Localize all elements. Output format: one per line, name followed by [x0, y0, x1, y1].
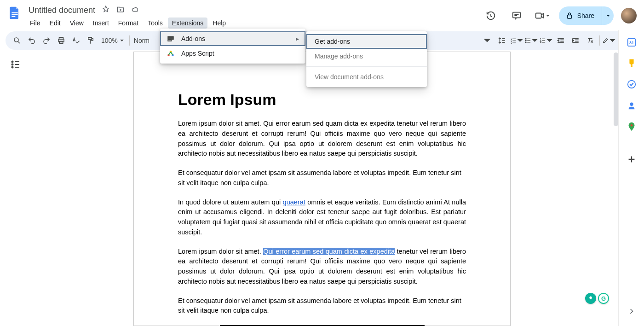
- menu-help[interactable]: Help: [208, 17, 230, 29]
- heading[interactable]: Lorem Ipsum: [178, 91, 466, 109]
- share-label: Share: [577, 12, 594, 19]
- menu-edit[interactable]: Edit: [46, 17, 65, 29]
- svg-point-14: [12, 61, 13, 63]
- share-dropdown-icon[interactable]: [602, 6, 614, 25]
- submenu-view-doc-addons[interactable]: View document add-ons: [306, 70, 427, 84]
- paragraph[interactable]: Et consequatur dolor vel amet ipsam sit …: [178, 168, 466, 188]
- clear-format-icon[interactable]: [583, 34, 597, 47]
- checklist-icon[interactable]: [510, 34, 523, 47]
- paragraph[interactable]: Lorem ipsum dolor sit amet. Qui error ea…: [178, 119, 466, 159]
- svg-rect-4: [535, 13, 541, 18]
- outline-toggle-icon[interactable]: [10, 59, 21, 72]
- link[interactable]: quaerat: [283, 198, 305, 206]
- move-icon[interactable]: [116, 5, 125, 15]
- svg-point-12: [525, 40, 526, 41]
- floating-badges: G: [585, 293, 609, 304]
- edit-mode-icon[interactable]: [602, 34, 616, 47]
- menu-format[interactable]: Format: [114, 17, 143, 29]
- paragraph[interactable]: Lorem ipsum dolor sit amet. Qui error ea…: [178, 247, 466, 287]
- submenu-get-addons[interactable]: Get add-ons: [306, 34, 427, 49]
- addons-submenu: Get add-ons Manage add-ons View document…: [306, 31, 427, 87]
- tasks-icon[interactable]: [627, 79, 637, 89]
- svg-rect-18: [168, 38, 173, 39]
- svg-rect-19: [168, 40, 172, 41]
- svg-rect-0: [12, 12, 17, 13]
- bulleted-list-icon[interactable]: [524, 34, 538, 47]
- menu-insert[interactable]: Insert: [89, 17, 113, 29]
- search-icon[interactable]: [10, 34, 24, 47]
- numbered-list-icon[interactable]: [539, 34, 553, 47]
- svg-point-27: [630, 103, 633, 106]
- apps-script-icon: [167, 49, 175, 58]
- calendar-icon[interactable]: 31: [627, 37, 637, 47]
- paint-format-icon[interactable]: [84, 34, 98, 47]
- chevron-right-icon: ▸: [296, 35, 299, 42]
- side-panel: 31: [618, 30, 644, 326]
- canvas[interactable]: Lorem Ipsum Lorem ipsum dolor sit amet. …: [29, 52, 615, 326]
- svg-point-11: [525, 38, 526, 39]
- svg-point-6: [14, 38, 18, 42]
- style-select[interactable]: Norm: [132, 37, 151, 44]
- comments-icon[interactable]: [507, 6, 526, 25]
- undo-icon[interactable]: [25, 34, 39, 47]
- tip-badge-icon[interactable]: [585, 293, 596, 304]
- page[interactable]: Lorem Ipsum Lorem ipsum dolor sit amet. …: [133, 52, 511, 326]
- grammarly-badge-icon[interactable]: G: [598, 293, 609, 304]
- docs-logo-icon[interactable]: [6, 4, 24, 22]
- menu-file[interactable]: File: [26, 17, 45, 29]
- menu-tools[interactable]: Tools: [144, 17, 167, 29]
- account-avatar[interactable]: [621, 8, 637, 23]
- menu-view[interactable]: View: [66, 17, 88, 29]
- svg-text:31: 31: [629, 41, 633, 45]
- zoom-select[interactable]: 100%: [98, 37, 127, 44]
- menu-item-addons[interactable]: Add-ons ▸: [160, 31, 305, 46]
- separator: [306, 66, 427, 67]
- indent-decrease-icon[interactable]: [554, 34, 568, 47]
- paragraph[interactable]: In quod dolore ut autem autem qui quaera…: [178, 198, 466, 238]
- paragraph[interactable]: Et consequatur dolor vel amet ipsam sit …: [178, 296, 466, 316]
- header: Untitled document File Edit View Insert …: [0, 0, 644, 29]
- redo-icon[interactable]: [40, 34, 53, 47]
- svg-rect-17: [168, 37, 173, 38]
- app: { "header": { "doc_title": "Untitled doc…: [0, 0, 644, 326]
- menu-item-apps-script[interactable]: Apps Script: [160, 46, 305, 61]
- line-spacing-icon[interactable]: [495, 34, 509, 47]
- dropdown-icon[interactable]: [480, 34, 494, 47]
- separator: [626, 143, 637, 143]
- svg-rect-3: [512, 12, 520, 18]
- maps-icon[interactable]: [627, 122, 637, 132]
- svg-point-13: [525, 42, 526, 43]
- svg-rect-2: [12, 16, 15, 17]
- doc-title[interactable]: Untitled document: [26, 6, 98, 15]
- svg-point-15: [12, 64, 13, 65]
- svg-rect-10: [88, 37, 92, 40]
- menu-extensions[interactable]: Extensions: [168, 17, 207, 29]
- print-icon[interactable]: [54, 34, 68, 47]
- separator: [599, 35, 600, 46]
- title-area: Untitled document File Edit View Insert …: [26, 4, 230, 29]
- contacts-icon[interactable]: [627, 100, 637, 111]
- hide-sidepanel-icon[interactable]: [627, 307, 636, 318]
- selected-text[interactable]: Qui error earum sed quam dicta ex expedi…: [263, 248, 395, 255]
- svg-rect-25: [631, 65, 632, 67]
- indent-increase-icon[interactable]: [569, 34, 582, 47]
- svg-rect-1: [12, 14, 17, 15]
- spellcheck-icon[interactable]: [69, 34, 83, 47]
- meet-icon[interactable]: [533, 6, 552, 25]
- svg-point-28: [630, 124, 632, 127]
- header-right: Share: [482, 4, 638, 25]
- share-button[interactable]: Share: [559, 6, 614, 25]
- separator: [129, 35, 130, 46]
- keep-icon[interactable]: [627, 58, 637, 68]
- cloud-status-icon[interactable]: [131, 5, 139, 15]
- scrollbar[interactable]: [614, 52, 618, 126]
- svg-point-16: [12, 67, 13, 68]
- addon-icon: [167, 35, 175, 43]
- get-addons-icon[interactable]: [627, 154, 637, 164]
- history-icon[interactable]: [482, 6, 500, 25]
- extensions-menu: Add-ons ▸ Apps Script: [160, 29, 305, 64]
- submenu-manage-addons[interactable]: Manage add-ons: [306, 49, 427, 64]
- menubar: File Edit View Insert Format Tools Exten…: [26, 17, 230, 29]
- star-icon[interactable]: [102, 5, 110, 15]
- svg-rect-5: [567, 15, 571, 19]
